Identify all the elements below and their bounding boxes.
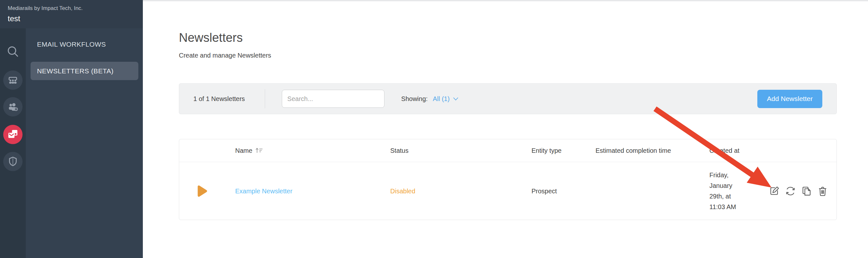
newsletter-count: 1 of 1 Newsletters — [193, 95, 245, 103]
add-newsletter-button[interactable]: Add Newsletter — [757, 90, 822, 108]
main-content: Newsletters Create and manage Newsletter… — [143, 0, 868, 258]
duplicate-newsletter-button[interactable] — [800, 185, 813, 197]
table-header-row: Name Status Entity ty — [179, 139, 836, 162]
search-icon[interactable] — [6, 44, 20, 59]
showing-label: Showing: — [401, 95, 428, 103]
sync-newsletter-button[interactable] — [784, 185, 797, 197]
column-header-status[interactable]: Status — [381, 147, 523, 154]
column-header-name[interactable]: Name — [225, 147, 381, 154]
delete-icon — [817, 185, 829, 197]
add-contacts-icon[interactable] — [3, 97, 23, 117]
sidebar-item-label: NEWSLETTERS (BETA) — [37, 67, 114, 75]
play-newsletter-button[interactable] — [197, 183, 208, 199]
icon-rail — [0, 28, 26, 258]
status-badge: Disabled — [390, 188, 415, 195]
showing-filter: Showing: All (1) — [401, 95, 459, 103]
toolbar-divider — [265, 89, 265, 108]
account-name: test — [8, 14, 20, 23]
sync-icon — [785, 185, 796, 197]
row-actions — [760, 185, 836, 197]
sort-ascending-icon — [255, 147, 263, 154]
audience-icon[interactable] — [3, 70, 23, 90]
security-shield-icon[interactable] — [3, 152, 23, 171]
duplicate-icon — [801, 185, 812, 197]
created-at-value: Friday, January 29th, at 11:03 AM — [709, 170, 745, 212]
newsletter-name-link[interactable]: Example Newsletter — [235, 188, 292, 195]
org-label: Mediarails by Impact Tech, Inc. — [8, 5, 83, 11]
entity-type-value: Prospect — [531, 188, 557, 195]
edit-newsletter-button[interactable] — [768, 185, 781, 197]
play-icon — [197, 183, 208, 199]
sidebar-header: Mediarails by Impact Tech, Inc. test — [0, 0, 143, 28]
page-subtitle: Create and manage Newsletters — [179, 52, 271, 59]
content-top-border — [143, 0, 868, 1]
sidebar: Mediarails by Impact Tech, Inc. test — [0, 0, 143, 258]
filter-dropdown[interactable]: All (1) — [433, 95, 458, 103]
delete-newsletter-button[interactable] — [816, 185, 829, 197]
column-header-estimated-completion[interactable]: Estimated completion time — [587, 147, 697, 154]
filter-value: All (1) — [433, 95, 450, 103]
app-window: Mediarails by Impact Tech, Inc. test — [0, 0, 868, 258]
table-row: Example Newsletter Disabled Prospect Fri… — [179, 162, 836, 220]
page-title: Newsletters — [179, 31, 243, 45]
email-workflows-icon[interactable] — [3, 125, 23, 144]
subnav: EMAIL WORKFLOWS NEWSLETTERS (BETA) — [26, 28, 143, 258]
edit-icon — [769, 185, 780, 197]
newsletters-table: Name Status Entity ty — [179, 139, 837, 220]
sidebar-item-newsletters[interactable]: NEWSLETTERS (BETA) — [31, 62, 138, 80]
column-header-created-at[interactable]: Created at — [697, 147, 760, 154]
search-input[interactable] — [282, 90, 384, 108]
newsletters-toolbar: 1 of 1 Newsletters Showing: All (1) Add … — [179, 83, 837, 114]
column-header-entity-type[interactable]: Entity type — [523, 147, 587, 154]
chevron-down-icon — [453, 97, 459, 101]
subnav-section-label: EMAIL WORKFLOWS — [37, 40, 106, 48]
